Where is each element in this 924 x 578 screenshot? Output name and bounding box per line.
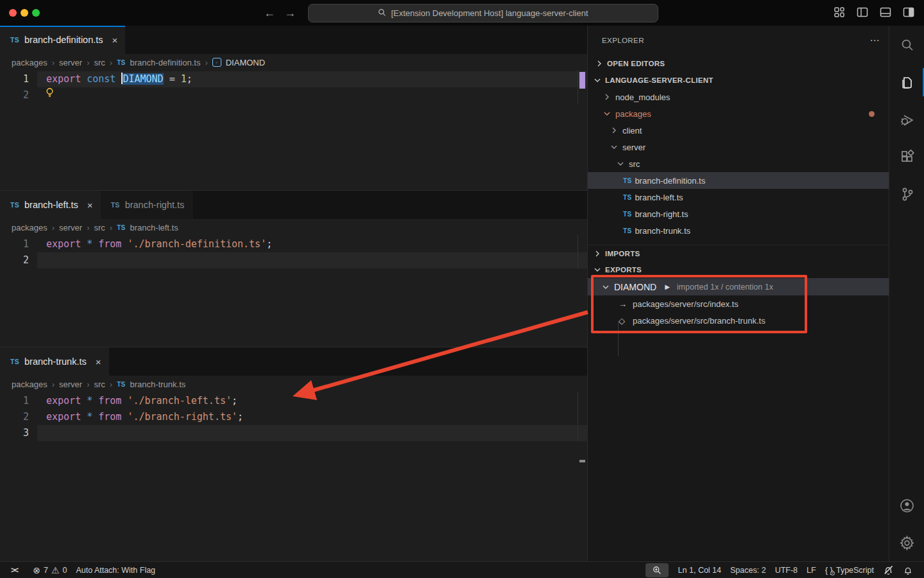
- keyword-export: export: [46, 73, 81, 85]
- back-button[interactable]: ←: [262, 5, 277, 21]
- settings-gear-icon[interactable]: [889, 527, 924, 558]
- chevron-down-icon: [615, 159, 626, 169]
- tab-bar: TS branch-trunk.ts ×: [0, 347, 587, 376]
- account-icon[interactable]: [889, 490, 924, 521]
- typescript-file-icon: TS: [623, 177, 631, 184]
- symbol-constant-icon: ◦: [212, 58, 221, 67]
- code-editor[interactable]: 1 export * from './branch-definition.ts'…: [0, 235, 587, 268]
- tree-item-branch-definition[interactable]: TS branch-definition.ts: [588, 172, 889, 189]
- run-debug-view-icon[interactable]: [889, 105, 924, 136]
- toggle-primary-sidebar-icon[interactable]: [856, 6, 869, 19]
- folder-label: packages: [615, 109, 651, 119]
- command-center-search[interactable]: [Extension Development Host] language-se…: [308, 4, 658, 22]
- editor-ruler: [578, 392, 578, 441]
- zoom-in-icon: [653, 566, 662, 575]
- line-number: 2: [0, 87, 37, 103]
- file-label: branch-definition.ts: [635, 176, 705, 186]
- tab-branch-left[interactable]: TS branch-left.ts ×: [0, 191, 101, 219]
- status-bar: >< ⊗ 7 ⚠ 0 Auto Attach: With Flag Ln 1, …: [0, 561, 924, 578]
- code-line: 2 export * from './branch-right.ts';: [0, 409, 587, 425]
- notifications-bell-icon[interactable]: [898, 565, 918, 575]
- breadcrumb-segment[interactable]: server: [59, 223, 82, 232]
- export-item-diamond[interactable]: DIAMOND ▶ imported 1x / contention 1x: [588, 278, 889, 295]
- breadcrumb-segment[interactable]: packages: [12, 58, 47, 67]
- typescript-file-icon: TS: [10, 36, 19, 44]
- breadcrumb-segment[interactable]: branch-trunk.ts: [130, 380, 186, 389]
- folder-label: src: [629, 159, 640, 169]
- breadcrumb-segment[interactable]: branch-definition.ts: [130, 58, 201, 67]
- lightbulb-icon[interactable]: [45, 89, 55, 101]
- zoom-indicator[interactable]: [646, 563, 669, 577]
- minimize-window-button[interactable]: [21, 9, 28, 17]
- breadcrumb[interactable]: packages› server› src› TS branch-definit…: [0, 55, 587, 70]
- breadcrumb-segment[interactable]: server: [59, 380, 82, 389]
- toggle-secondary-sidebar-icon[interactable]: [902, 6, 915, 19]
- eol-status[interactable]: LF: [802, 566, 821, 575]
- play-icon[interactable]: ▶: [665, 283, 670, 290]
- language-mode-status[interactable]: { }× TypeScript: [821, 565, 878, 575]
- indentation-label: Spaces: 2: [730, 566, 766, 575]
- breadcrumb-segment[interactable]: src: [94, 223, 105, 232]
- tree-item-clipped[interactable]: TS index.ts: [588, 239, 889, 245]
- tree-item-server[interactable]: server: [588, 139, 889, 155]
- tree-item-branch-left[interactable]: TS branch-left.ts: [588, 189, 889, 206]
- explorer-view-icon[interactable]: [889, 67, 924, 98]
- tree-item-client[interactable]: client: [588, 122, 889, 139]
- close-window-button[interactable]: [9, 9, 17, 17]
- tree-item-node-modules[interactable]: node_modules: [588, 89, 889, 105]
- breadcrumb-segment[interactable]: branch-left.ts: [130, 223, 178, 232]
- forward-button[interactable]: →: [282, 5, 298, 21]
- auto-attach-status[interactable]: Auto Attach: With Flag: [71, 562, 160, 578]
- folder-label: node_modules: [615, 92, 670, 102]
- cursor-position-status[interactable]: Ln 1, Col 14: [674, 566, 726, 575]
- imports-section-header[interactable]: IMPORTS: [588, 245, 889, 261]
- maximize-window-button[interactable]: [32, 9, 40, 17]
- remote-indicator[interactable]: ><: [6, 562, 28, 578]
- tab-branch-trunk[interactable]: TS branch-trunk.ts ×: [0, 347, 109, 376]
- code-text: [37, 425, 587, 441]
- breadcrumb[interactable]: packages› server› src› TS branch-trunk.t…: [0, 376, 587, 392]
- close-tab-icon[interactable]: ×: [96, 356, 101, 367]
- file-label: branch-right.ts: [635, 209, 688, 219]
- tab-branch-definition[interactable]: TS branch-definition.ts ×: [0, 26, 125, 54]
- exports-section-header[interactable]: EXPORTS: [588, 261, 889, 278]
- export-reference-trunk[interactable]: ◇ packages/server/src/branch-trunk.ts: [588, 312, 889, 329]
- breadcrumb-segment[interactable]: packages: [12, 223, 47, 232]
- breadcrumb-symbol[interactable]: DIAMOND: [226, 58, 265, 67]
- search-icon: [378, 8, 386, 19]
- source-control-view-icon[interactable]: [889, 179, 924, 209]
- more-actions-icon[interactable]: ⋯: [870, 35, 880, 46]
- workspace-root-header[interactable]: LANGUAGE-SERVER-CLIENT: [588, 72, 889, 89]
- close-tab-icon[interactable]: ×: [112, 35, 118, 46]
- export-reference-index[interactable]: → packages/server/src/index.ts: [588, 295, 889, 312]
- tree-item-branch-trunk[interactable]: TS branch-trunk.ts: [588, 222, 889, 239]
- tree-item-branch-right[interactable]: TS branch-right.ts: [588, 206, 889, 222]
- search-view-icon[interactable]: [889, 30, 924, 60]
- encoding-status[interactable]: UTF-8: [771, 566, 802, 575]
- breadcrumb-segment[interactable]: server: [59, 58, 82, 67]
- breadcrumb-segment[interactable]: packages: [12, 380, 47, 389]
- tree-item-packages[interactable]: packages: [588, 105, 889, 122]
- breadcrumb-segment[interactable]: src: [94, 380, 105, 389]
- tab-label: branch-right.ts: [125, 200, 185, 210]
- tab-branch-right[interactable]: TS branch-right.ts: [101, 191, 193, 219]
- do-not-disturb-icon[interactable]: [878, 565, 898, 575]
- toggle-panel-icon[interactable]: [879, 6, 892, 19]
- customize-layout-icon[interactable]: [833, 6, 846, 19]
- indentation-status[interactable]: Spaces: 2: [726, 566, 771, 575]
- open-editors-header[interactable]: OPEN EDITORS: [588, 55, 889, 72]
- close-tab-icon[interactable]: ×: [87, 200, 93, 211]
- tree-item-src[interactable]: src: [588, 155, 889, 172]
- keyword-from: from: [98, 411, 121, 423]
- extensions-view-icon[interactable]: [889, 141, 924, 172]
- diamond-icon: ◇: [619, 316, 625, 326]
- folder-label: server: [622, 143, 646, 152]
- breadcrumb[interactable]: packages› server› src› TS branch-left.ts: [0, 220, 587, 235]
- code-editor[interactable]: 1 export * from './branch-left.ts'; 2 ex…: [0, 392, 587, 441]
- problems-indicator[interactable]: ⊗ 7 ⚠ 0: [28, 562, 71, 578]
- star-token: *: [87, 238, 92, 250]
- code-editor[interactable]: 1 export const DIAMOND = 1; 2: [0, 70, 587, 103]
- typescript-file-icon: TS: [623, 227, 631, 234]
- cursor-position-label: Ln 1, Col 14: [678, 566, 721, 575]
- breadcrumb-segment[interactable]: src: [94, 58, 105, 67]
